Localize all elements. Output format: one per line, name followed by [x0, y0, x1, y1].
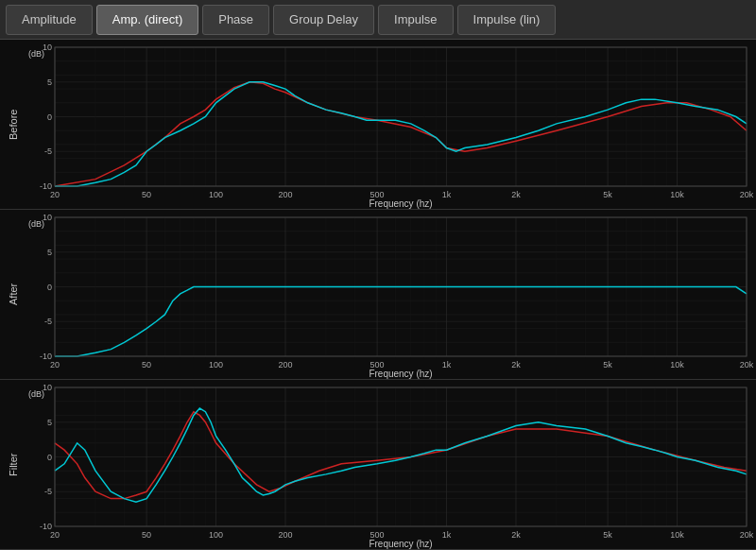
tab-group-delay[interactable]: Group Delay: [273, 5, 374, 35]
tab-impulse[interactable]: Impulse: [378, 5, 454, 35]
tab-amplitude[interactable]: Amplitude: [6, 5, 93, 35]
chart-area-after: [26, 210, 756, 379]
charts-container: BeforeAfterFilter: [0, 40, 756, 550]
chart-filter: Filter: [0, 380, 756, 550]
tab-phase[interactable]: Phase: [202, 5, 269, 35]
tab-amp-direct[interactable]: Amp. (direct): [96, 5, 198, 35]
tab-impulse-lin[interactable]: Impulse (lin): [457, 5, 557, 35]
canvas-filter: [26, 380, 756, 549]
chart-label-before: Before: [0, 40, 26, 209]
canvas-before: [26, 40, 756, 209]
canvas-after: [26, 210, 756, 379]
chart-after: After: [0, 210, 756, 380]
chart-before: Before: [0, 40, 756, 210]
chart-label-after: After: [0, 210, 26, 379]
tab-bar: AmplitudeAmp. (direct)PhaseGroup DelayIm…: [0, 0, 756, 40]
chart-label-filter: Filter: [0, 380, 26, 549]
chart-area-before: [26, 40, 756, 209]
chart-area-filter: [26, 380, 756, 549]
